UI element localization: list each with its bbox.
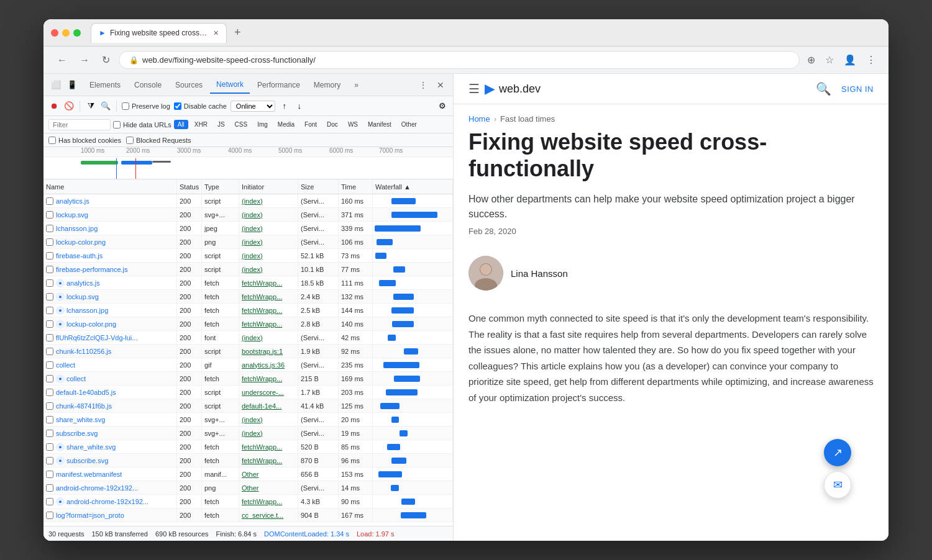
blocked-requests-input[interactable] — [126, 137, 134, 144]
maximize-button[interactable] — [73, 29, 81, 37]
filter-img-button[interactable]: Img — [254, 120, 272, 129]
row-initiator[interactable]: (index) — [239, 222, 298, 235]
sign-in-button[interactable]: SIGN IN — [841, 84, 874, 94]
table-row[interactable]: lockup.svg 200 svg+... (index) (Servi...… — [43, 208, 453, 222]
filter-other-button[interactable]: Other — [398, 120, 421, 129]
table-row[interactable]: ● lchansson.jpg 200 fetch fetchWrapp... … — [43, 304, 453, 317]
table-row[interactable]: ● share_white.svg 200 fetch fetchWrapp..… — [43, 440, 453, 454]
filter-xhr-button[interactable]: XHR — [191, 120, 211, 129]
row-initiator[interactable]: Other — [239, 467, 298, 481]
hamburger-menu[interactable]: ☰ — [468, 81, 480, 96]
row-checkbox[interactable] — [46, 307, 53, 314]
network-settings-button[interactable]: ⚙ — [437, 101, 448, 112]
search-button[interactable]: 🔍 — [100, 101, 111, 112]
row-checkbox[interactable] — [46, 498, 53, 505]
table-row[interactable]: log?format=json_proto 200 fetch cc_servi… — [43, 508, 453, 522]
row-checkbox[interactable] — [46, 348, 53, 355]
filter-input[interactable] — [48, 119, 111, 130]
row-initiator[interactable]: underscore-... — [239, 386, 298, 399]
share-fab-button[interactable]: ↗ — [824, 439, 851, 466]
table-row[interactable]: android-chrome-192x192... 200 png Other … — [43, 481, 453, 495]
row-initiator[interactable]: (index) — [239, 249, 298, 262]
row-checkbox[interactable] — [46, 252, 53, 260]
row-checkbox[interactable] — [46, 402, 53, 410]
reload-button[interactable]: ↻ — [98, 52, 114, 68]
row-checkbox[interactable] — [46, 512, 53, 519]
row-initiator[interactable]: (index) — [239, 194, 298, 207]
row-initiator[interactable]: analytics.js:36 — [239, 358, 298, 371]
table-row[interactable]: ● collect 200 fetch fetchWrapp... 215 B … — [43, 372, 453, 386]
row-checkbox[interactable] — [46, 361, 53, 369]
import-har-button[interactable]: ↑ — [279, 101, 290, 112]
filter-ws-button[interactable]: WS — [344, 120, 362, 129]
row-initiator[interactable]: (index) — [239, 331, 298, 344]
row-initiator[interactable]: default-1e4... — [239, 399, 298, 412]
preserve-log-input[interactable] — [122, 102, 129, 110]
row-checkbox[interactable] — [46, 334, 53, 341]
table-row[interactable]: analytics.js 200 script (index) (Servi..… — [43, 194, 453, 208]
url-bar[interactable]: 🔒 web.dev/fixing-website-speed-cross-fun… — [119, 51, 800, 69]
menu-button[interactable]: ⋮ — [864, 52, 879, 68]
hide-data-urls-checkbox[interactable]: Hide data URLs — [113, 121, 171, 129]
table-row[interactable]: ● lockup-color.png 200 fetch fetchWrapp.… — [43, 317, 453, 331]
row-initiator[interactable]: fetchWrapp... — [239, 290, 298, 303]
row-initiator[interactable]: (index) — [239, 263, 298, 276]
row-checkbox[interactable] — [46, 430, 53, 437]
row-initiator[interactable]: (index) — [239, 208, 298, 221]
clear-button[interactable]: 🚫 — [63, 101, 75, 112]
tab-elements[interactable]: Elements — [83, 77, 127, 93]
row-checkbox[interactable] — [46, 197, 53, 205]
filter-media-button[interactable]: Media — [274, 120, 298, 129]
forward-button[interactable]: → — [76, 52, 93, 68]
table-row[interactable]: lockup-color.png 200 png (index) (Servi.… — [43, 235, 453, 249]
table-row[interactable]: default-1e40abd5.js 200 script underscor… — [43, 386, 453, 399]
filter-css-button[interactable]: CSS — [231, 120, 252, 129]
row-initiator[interactable]: (index) — [239, 427, 298, 440]
table-row[interactable]: chunk-fc110256.js 200 script bootstrap.j… — [43, 345, 453, 358]
row-checkbox[interactable] — [46, 484, 53, 492]
devtools-close-button[interactable]: ✕ — [433, 78, 448, 93]
row-initiator[interactable]: fetchWrapp... — [239, 317, 298, 330]
tab-network[interactable]: Network — [210, 76, 250, 94]
table-row[interactable]: firebase-performance.js 200 script (inde… — [43, 263, 453, 276]
table-row[interactable]: ● lockup.svg 200 fetch fetchWrapp... 2.4… — [43, 290, 453, 304]
row-checkbox[interactable] — [46, 320, 53, 328]
bookmark-icon[interactable]: ☆ — [823, 52, 836, 68]
profile-button[interactable]: 👤 — [841, 52, 859, 68]
row-checkbox[interactable] — [46, 211, 53, 219]
preserve-log-checkbox[interactable]: Preserve log — [122, 102, 170, 110]
row-checkbox[interactable] — [46, 293, 53, 300]
tab-console[interactable]: Console — [128, 77, 168, 93]
row-initiator[interactable]: fetchWrapp... — [239, 372, 298, 385]
row-initiator[interactable]: (index) — [239, 235, 298, 248]
row-checkbox[interactable] — [46, 416, 53, 423]
row-initiator[interactable]: (index) — [239, 413, 298, 426]
search-button[interactable]: 🔍 — [816, 81, 831, 96]
row-checkbox[interactable] — [46, 375, 53, 382]
inspect-element-icon[interactable]: ⬜ — [48, 78, 63, 93]
row-checkbox[interactable] — [46, 225, 53, 232]
filter-button[interactable]: ⧩ — [85, 101, 96, 112]
tab-more[interactable]: » — [348, 77, 365, 93]
account-icon[interactable]: ⊕ — [805, 52, 818, 68]
new-tab-button[interactable]: + — [229, 24, 246, 42]
device-toolbar-icon[interactable]: 📱 — [65, 78, 80, 93]
hide-data-urls-input[interactable] — [113, 121, 121, 129]
row-initiator[interactable]: fetchWrapp... — [239, 495, 298, 508]
disable-cache-input[interactable] — [174, 102, 181, 110]
table-row[interactable]: ● analytics.js 200 fetch fetchWrapp... 1… — [43, 276, 453, 290]
row-checkbox[interactable] — [46, 238, 53, 246]
throttle-select[interactable]: Online Fast 3G Slow 3G Offline — [231, 101, 275, 112]
filter-font-button[interactable]: Font — [301, 120, 321, 129]
breadcrumb-home[interactable]: Home — [468, 114, 490, 124]
export-har-button[interactable]: ↓ — [294, 101, 305, 112]
row-initiator[interactable]: fetchWrapp... — [239, 304, 298, 317]
row-initiator[interactable]: bootstrap.js:1 — [239, 345, 298, 358]
feedback-fab-button[interactable]: ✉ — [824, 471, 851, 499]
back-button[interactable]: ← — [53, 52, 71, 68]
row-initiator[interactable]: cc_service.t... — [239, 508, 298, 522]
has-blocked-input[interactable] — [48, 137, 56, 144]
active-tab[interactable]: ► Fixing website speed cross-fu... ✕ — [91, 23, 227, 43]
table-row[interactable]: chunk-48741f6b.js 200 script default-1e4… — [43, 399, 453, 413]
minimize-button[interactable] — [62, 29, 70, 37]
